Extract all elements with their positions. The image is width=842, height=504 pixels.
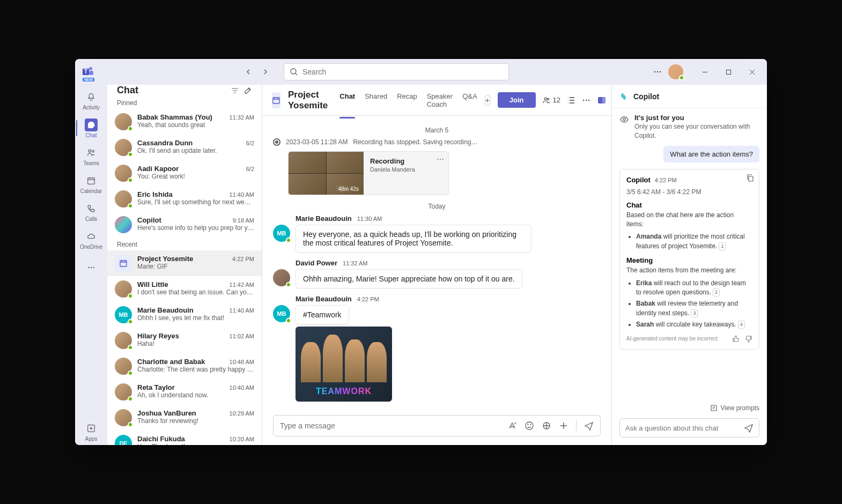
reference-badge[interactable]: 3 bbox=[691, 309, 698, 317]
recording-status-row: 2023-03-05 11:28 AM Recording has stoppe… bbox=[273, 138, 601, 146]
svg-point-13 bbox=[91, 267, 92, 268]
message-list[interactable]: March 5 2023-03-05 11:28 AM Recording ha… bbox=[262, 116, 611, 409]
filter-icon[interactable] bbox=[231, 86, 239, 95]
chat-time: 11:42 AM bbox=[230, 281, 254, 288]
recording-card[interactable]: 48m 42s Recording Daniela Mandera ⋯ bbox=[288, 151, 449, 195]
conversation-panel: Project Yosemite Chat Shared Recap Speak… bbox=[262, 85, 611, 445]
chat-item[interactable]: Joshua VanBuren10:29 AMThanks for review… bbox=[107, 405, 262, 431]
apps-icon bbox=[86, 424, 96, 433]
compose-icon[interactable] bbox=[243, 86, 252, 95]
chat-preview: I don't see that being an issue. Can you… bbox=[137, 288, 254, 296]
search-input[interactable] bbox=[302, 68, 503, 76]
tab-speaker-coach[interactable]: Speaker Coach bbox=[427, 83, 453, 118]
thumbs-down-icon[interactable] bbox=[745, 335, 752, 343]
chat-item[interactable]: Project Yosemite4:22 PMMarie: GIF bbox=[107, 250, 262, 276]
avatar bbox=[115, 190, 132, 207]
new-badge: NEW bbox=[83, 78, 94, 81]
format-icon[interactable] bbox=[507, 421, 517, 431]
reference-badge[interactable]: 2 bbox=[713, 288, 720, 297]
add-tab-button[interactable]: + bbox=[485, 95, 490, 106]
tab-recap[interactable]: Recap bbox=[397, 83, 417, 118]
join-button[interactable]: Join bbox=[498, 92, 536, 108]
chat-item[interactable]: Eric Ishida11:40 AMSure, I'll set up som… bbox=[107, 186, 262, 212]
gif-attachment[interactable]: TEAMWORK bbox=[296, 327, 392, 402]
chat-item[interactable]: Charlotte and Babak10:48 AMCharlotte: Th… bbox=[107, 353, 262, 379]
rail-apps[interactable]: Apps bbox=[76, 418, 106, 445]
recording-more[interactable]: ⋯ bbox=[437, 155, 444, 164]
send-icon[interactable] bbox=[584, 421, 594, 431]
svg-point-4 bbox=[291, 69, 296, 74]
rail-calls[interactable]: Calls bbox=[76, 198, 106, 225]
view-prompts-button[interactable]: View prompts bbox=[612, 400, 767, 416]
loop-icon[interactable] bbox=[542, 421, 551, 431]
avatar bbox=[273, 269, 290, 286]
rail-chat[interactable]: Chat bbox=[76, 115, 106, 142]
rail-more[interactable] bbox=[76, 254, 106, 281]
rail-onedrive[interactable]: OneDrive bbox=[76, 226, 106, 253]
more-icon[interactable] bbox=[582, 96, 590, 105]
search-box[interactable] bbox=[284, 63, 509, 80]
message-sender: Marie Beaudouin bbox=[296, 214, 352, 223]
user-avatar[interactable] bbox=[668, 64, 683, 79]
chat-preview: Thanks for reviewing! bbox=[137, 417, 254, 425]
recording-title: Recording bbox=[370, 157, 442, 165]
chat-item[interactable]: Hilary Reyes11:02 AMHaha! bbox=[107, 328, 262, 353]
chat-item[interactable]: MBMarie Beaudouin11:40 AMOhhh I see, yes… bbox=[107, 302, 262, 328]
action-item: Amanda will prioritize the most critical… bbox=[636, 232, 752, 251]
participants-count[interactable]: 12 bbox=[542, 96, 560, 105]
copilot-toggle-icon[interactable] bbox=[597, 95, 607, 105]
reference-badge[interactable]: 1 bbox=[719, 242, 726, 250]
rail-activity[interactable]: Activity bbox=[76, 87, 106, 114]
chat-item[interactable]: Aadi Kapoor6/2You: Great work! bbox=[107, 160, 262, 186]
plus-icon[interactable] bbox=[559, 421, 568, 431]
chat-time: 11:40 AM bbox=[230, 191, 254, 198]
compose-input[interactable] bbox=[280, 421, 502, 430]
chat-item[interactable]: Reta Taylor10:40 AMAh, ok I understand n… bbox=[107, 379, 262, 405]
send-icon[interactable] bbox=[744, 423, 754, 433]
copilot-response-name: Copilot bbox=[626, 176, 651, 184]
chat-time: 9:18 AM bbox=[233, 217, 254, 224]
nav-back-button[interactable] bbox=[241, 64, 256, 79]
tab-shared[interactable]: Shared bbox=[365, 83, 387, 118]
chat-name: Daichi Fukuda bbox=[137, 435, 185, 443]
chat-item[interactable]: Cassandra Dunn6/2Ok. I'll send an update… bbox=[107, 135, 262, 160]
rail-calendar[interactable]: Calendar bbox=[76, 171, 106, 197]
chat-time: 11:02 AM bbox=[230, 333, 254, 339]
chat-item[interactable]: Babak Shammas (You)11:32 AMYeah, that so… bbox=[107, 109, 262, 135]
app-window: T NEW Activity Chat Teams Calendar bbox=[75, 59, 767, 445]
copilot-compose bbox=[619, 418, 759, 438]
reference-badge[interactable]: 4 bbox=[738, 321, 745, 329]
svg-point-25 bbox=[526, 422, 533, 429]
conversation-header: Project Yosemite Chat Shared Recap Speak… bbox=[262, 85, 611, 116]
compose-box bbox=[273, 415, 601, 436]
thumbs-up-icon[interactable] bbox=[732, 335, 740, 343]
copilot-meeting-section: Meeting bbox=[626, 256, 752, 264]
nav-forward-button[interactable] bbox=[258, 64, 273, 79]
copilot-logo-icon bbox=[619, 92, 629, 101]
chat-time: 6/2 bbox=[246, 140, 254, 146]
tab-chat[interactable]: Chat bbox=[339, 83, 355, 118]
chat-item[interactable]: Copilot9:18 AMHere's some info to help y… bbox=[107, 212, 262, 238]
chat-time: 11:40 AM bbox=[230, 307, 254, 314]
avatar bbox=[115, 383, 132, 401]
copilot-input[interactable] bbox=[625, 424, 744, 432]
chat-item[interactable]: DFDaichi Fukuda10:20 AMYou: Thank you!! bbox=[107, 431, 262, 445]
tab-qa[interactable]: Q&A bbox=[462, 83, 477, 118]
action-item: Sarah will circulate key takeaways.4 bbox=[636, 320, 752, 329]
svg-point-14 bbox=[93, 267, 94, 268]
minimize-button[interactable] bbox=[694, 63, 715, 80]
emoji-icon[interactable] bbox=[525, 421, 534, 431]
more-icon[interactable] bbox=[653, 68, 662, 76]
svg-rect-30 bbox=[749, 176, 753, 181]
rail-teams[interactable]: Teams bbox=[76, 143, 106, 169]
maximize-button[interactable] bbox=[718, 63, 739, 80]
chat-item[interactable]: Will Little11:42 AMI don't see that bein… bbox=[107, 276, 262, 302]
privacy-text: Only you can see your conversation with … bbox=[634, 122, 759, 140]
copy-icon[interactable] bbox=[746, 174, 755, 182]
chat-preview: You: Thank you!! bbox=[137, 443, 254, 445]
svg-point-21 bbox=[586, 99, 587, 100]
list-icon[interactable] bbox=[567, 96, 575, 105]
chat-preview: Ah, ok I understand now. bbox=[137, 391, 254, 399]
close-button[interactable] bbox=[741, 63, 763, 80]
section-pinned: Pinned bbox=[107, 96, 262, 109]
